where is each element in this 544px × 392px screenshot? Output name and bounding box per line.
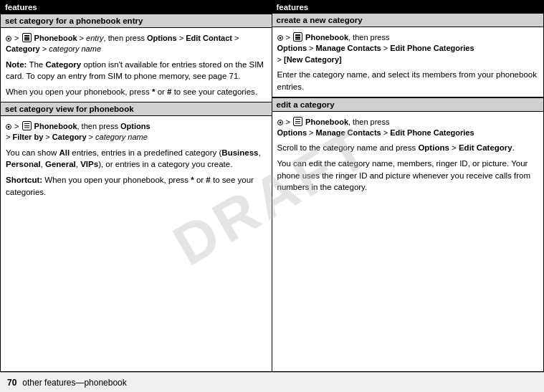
category-bold: Category (45, 60, 81, 69)
edit-phone-cats-label-1: Edit Phone Categories (390, 44, 474, 52)
options-label-3: Options (277, 44, 307, 52)
nav-path-set-category-entry: > Phonebook > entry, then press Options … (6, 32, 267, 55)
shortcut-paragraph: Shortcut: When you open your phonebook, … (6, 174, 267, 198)
right-header: features (272, 1, 544, 14)
manage-contacts-label-1: Manage Contacts (316, 44, 381, 52)
phonebook-label-2: Phonebook (34, 122, 77, 130)
note-label: Note: (6, 60, 27, 69)
star-key-1: * (152, 87, 155, 96)
content-area: features set category for a phonebook en… (0, 0, 544, 372)
nav-path-set-category-view: > Phonebook, then press Options> Filter … (6, 120, 267, 143)
page-label: other features—phonebook (22, 378, 126, 388)
bullet-nav-1: > (6, 34, 22, 42)
edit-info-paragraph: You can edit the category name, members,… (277, 158, 539, 193)
vips-label: VIPs (80, 160, 98, 168)
category-label-2: Category (52, 133, 87, 141)
manage-contacts-label-2: Manage Contacts (316, 128, 381, 137)
edit-phone-cats-label-2: Edit Phone Categories (390, 128, 474, 137)
general-label: General (45, 160, 76, 168)
hash-key-2: # (206, 176, 210, 184)
section-set-category-view: > Phonebook, then press Options> Filter … (1, 116, 272, 201)
note-paragraph: Note: The Category option isn't availabl… (6, 59, 267, 82)
category-name-2: category name (95, 133, 148, 141)
phonebook-icon-1 (22, 33, 32, 42)
phonebook-icon-3 (293, 32, 302, 42)
edit-contact-label: Edit Contact (186, 34, 232, 42)
options-label-5: Options (418, 143, 449, 152)
bullet-nav-4: > (277, 118, 293, 126)
phonebook-label-1: Phonebook (34, 34, 77, 42)
bullet-nav-3: > (277, 33, 293, 42)
all-entries-paragraph: You can show All entries, entries in a p… (6, 147, 267, 171)
right-column: features create a new category > Phonebo… (272, 1, 544, 371)
page-number: 70 (7, 378, 16, 388)
options-label-4: Options (277, 128, 307, 137)
section-create-category: > Phonebook, then pressOptions > Manage … (272, 27, 544, 97)
personal-label: Personal (6, 160, 41, 168)
left-header: features (1, 1, 272, 14)
footer-bar: 70 other features—phonebook (0, 372, 544, 392)
subheader-set-category-entry: set category for a phonebook entry (1, 14, 272, 28)
bullet-nav-2: > (6, 122, 22, 130)
filter-by-label: Filter by (12, 133, 43, 141)
page-container: features set category for a phonebook en… (0, 0, 544, 392)
entry-label-1: entry (86, 34, 103, 42)
right-section-edit: edit a category > Phonebook, then pressO… (272, 97, 544, 197)
phonebook-icon-4 (293, 117, 302, 126)
section-edit-category: > Phonebook, then pressOptions > Manage … (272, 112, 544, 197)
nav-path-create-category: > Phonebook, then pressOptions > Manage … (277, 31, 539, 65)
star-key-2: * (191, 176, 194, 184)
phonebook-label-4: Phonebook (305, 118, 348, 126)
left-column: features set category for a phonebook en… (1, 1, 272, 371)
options-label-2: Options (120, 122, 151, 130)
category-label-1: Category (6, 44, 40, 53)
business-label: Business (221, 148, 258, 157)
hash-key-1: # (167, 87, 171, 96)
category-name-1: category name (49, 44, 101, 53)
options-label-1: Options (147, 34, 177, 42)
categories-paragraph-1: When you open your phonebook, press * or… (6, 86, 267, 98)
subheader-set-category-view: set category view for phonebook (1, 102, 272, 116)
subheader-create-category: create a new category (272, 14, 544, 27)
right-section-create: create a new category > Phonebook, then … (272, 14, 544, 97)
section-set-category-entry: > Phonebook > entry, then press Options … (1, 28, 272, 102)
all-label: All (59, 148, 70, 157)
subheader-edit-category: edit a category (272, 97, 544, 112)
enter-category-paragraph: Enter the category name, and select its … (277, 69, 539, 92)
new-category-label: [New Category] (284, 55, 342, 64)
shortcut-label: Shortcut: (6, 176, 42, 184)
edit-category-label: Edit Category (459, 143, 512, 152)
nav-path-edit-category: > Phonebook, then pressOptions > Manage … (277, 115, 539, 139)
phonebook-label-3: Phonebook (305, 33, 348, 42)
phonebook-icon-2 (22, 121, 32, 130)
scroll-category-paragraph: Scroll to the category name and press Op… (277, 142, 539, 154)
